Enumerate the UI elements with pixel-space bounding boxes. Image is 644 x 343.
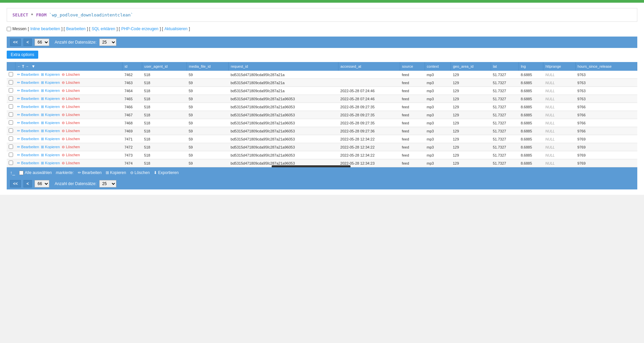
row-checkbox-7[interactable] bbox=[9, 128, 13, 133]
filter-dropdown-icon[interactable]: ▼ bbox=[31, 64, 35, 69]
row-checkbox-8[interactable] bbox=[9, 136, 13, 141]
row-checkbox-11[interactable] bbox=[9, 161, 13, 165]
edit-row-link[interactable]: ✏ Bearbeiten bbox=[17, 97, 39, 101]
table-body: ✏ Bearbeiten ⊞ Kopieren ⊖ Löschen 746251… bbox=[7, 71, 637, 167]
th-accessed-at[interactable]: accessed_at bbox=[338, 62, 400, 71]
delete-row-link[interactable]: ⊖ Löschen bbox=[62, 137, 80, 141]
th-id[interactable]: id bbox=[122, 62, 142, 71]
th-hours-since-release[interactable]: hours_since_release bbox=[575, 62, 637, 71]
edit-row-link[interactable]: ✏ Bearbeiten bbox=[17, 129, 39, 133]
th-geo-area-id[interactable]: geo_area_id bbox=[451, 62, 491, 71]
bottom-first-page-button[interactable]: << bbox=[10, 180, 21, 187]
copy-row-link[interactable]: ⊞ Kopieren bbox=[41, 89, 60, 93]
edit-row-link[interactable]: ✏ Bearbeiten bbox=[17, 80, 39, 85]
bottom-prev-page-button[interactable]: < bbox=[23, 180, 32, 187]
cell-media_file_id: 59 bbox=[186, 111, 228, 119]
delete-row-link[interactable]: ⊖ Löschen bbox=[62, 80, 80, 85]
explain-sql-link[interactable]: SQL erklären bbox=[92, 26, 115, 31]
delete-row-link[interactable]: ⊖ Löschen bbox=[62, 129, 80, 133]
bottom-records-per-page-select[interactable]: 25 50 100 bbox=[99, 180, 116, 187]
delete-row-link[interactable]: ⊖ Löschen bbox=[62, 113, 80, 117]
edit-row-link[interactable]: ✏ Bearbeiten bbox=[17, 121, 39, 125]
th-media-file-id[interactable]: media_file_id bbox=[186, 62, 228, 71]
row-checkbox-2[interactable] bbox=[9, 88, 13, 93]
copy-row-link[interactable]: ⊞ Kopieren bbox=[41, 153, 60, 157]
page-select[interactable]: 66 bbox=[35, 39, 49, 46]
bottom-copy-button[interactable]: ⊞ Kopieren bbox=[106, 170, 126, 175]
copy-row-link[interactable]: ⊞ Kopieren bbox=[41, 137, 60, 141]
th-lat[interactable]: lat bbox=[491, 62, 519, 71]
edit-row-link[interactable]: ✏ Bearbeiten bbox=[17, 72, 39, 77]
row-checkbox-1[interactable] bbox=[9, 80, 13, 84]
messen-label: Messen bbox=[12, 26, 26, 31]
th-httprange[interactable]: httprange bbox=[543, 62, 576, 71]
copy-row-link[interactable]: ⊞ Kopieren bbox=[41, 72, 60, 77]
delete-row-link[interactable]: ⊖ Löschen bbox=[62, 161, 80, 165]
cell-accessed_at: 2022-05-28 12:34:22 bbox=[338, 143, 400, 151]
th-request-id[interactable]: request_id bbox=[229, 62, 338, 71]
th-context[interactable]: context bbox=[425, 62, 451, 71]
delete-row-link[interactable]: ⊖ Löschen bbox=[62, 97, 80, 101]
copy-row-link[interactable]: ⊞ Kopieren bbox=[41, 113, 60, 117]
bottom-edit-button[interactable]: ✏ Bearbeiten bbox=[78, 170, 102, 175]
row-checkbox-0[interactable] bbox=[9, 72, 13, 76]
cell-source: feed bbox=[400, 87, 425, 95]
delete-row-link[interactable]: ⊖ Löschen bbox=[62, 121, 80, 125]
table-row: ✏ Bearbeiten ⊞ Kopieren ⊖ Löschen 747251… bbox=[7, 143, 637, 151]
copy-row-link[interactable]: ⊞ Kopieren bbox=[41, 129, 60, 133]
copy-row-link[interactable]: ⊞ Kopieren bbox=[41, 121, 60, 125]
extra-options-button[interactable]: Extra options bbox=[7, 51, 38, 59]
cell-media_file_id: 59 bbox=[186, 95, 228, 103]
delete-row-link[interactable]: ⊖ Löschen bbox=[62, 89, 80, 93]
row-checkbox-6[interactable] bbox=[9, 120, 13, 125]
bottom-delete-button[interactable]: ⊖ Löschen bbox=[130, 170, 150, 175]
records-per-page-select[interactable]: 25 50 100 bbox=[99, 39, 116, 46]
cell-geo_area_id: 129 bbox=[451, 143, 491, 151]
edit-row-link[interactable]: ✏ Bearbeiten bbox=[17, 137, 39, 141]
cell-geo_area_id: 129 bbox=[451, 111, 491, 119]
php-code-link[interactable]: PHP-Code erzeugen bbox=[121, 26, 158, 31]
cell-source: feed bbox=[400, 119, 425, 127]
row-checkbox-10[interactable] bbox=[9, 153, 13, 157]
edit-row-link[interactable]: ✏ Bearbeiten bbox=[17, 89, 39, 93]
th-source[interactable]: source bbox=[400, 62, 425, 71]
cell-source: feed bbox=[400, 143, 425, 151]
edit-row-link[interactable]: ✏ Bearbeiten bbox=[17, 105, 39, 109]
bottom-page-select[interactable]: 66 bbox=[35, 180, 49, 187]
edit-link[interactable]: Bearbeiten bbox=[66, 26, 86, 31]
row-checkbox-4[interactable] bbox=[9, 104, 13, 109]
th-lng[interactable]: lng bbox=[519, 62, 543, 71]
row-checkbox-5[interactable] bbox=[9, 112, 13, 117]
row-checkbox-9[interactable] bbox=[9, 145, 13, 149]
bottom-records-label: Anzahl der Datensätze: bbox=[55, 181, 97, 186]
th-user-agent-id[interactable]: user_agent_id bbox=[142, 62, 187, 71]
row-checkbox-3[interactable] bbox=[9, 96, 13, 101]
edit-row-link[interactable]: ✏ Bearbeiten bbox=[17, 145, 39, 149]
edit-row-link[interactable]: ✏ Bearbeiten bbox=[17, 113, 39, 117]
messen-checkbox[interactable] bbox=[7, 27, 11, 31]
copy-row-link[interactable]: ⊞ Kopieren bbox=[41, 161, 60, 165]
delete-row-link[interactable]: ⊖ Löschen bbox=[62, 145, 80, 149]
delete-row-link[interactable]: ⊖ Löschen bbox=[62, 153, 80, 157]
update-link[interactable]: Aktualisieren bbox=[164, 26, 187, 31]
prev-page-button[interactable]: < bbox=[23, 39, 32, 46]
messen-checkbox-label[interactable]: Messen bbox=[7, 26, 26, 31]
select-all-checkbox[interactable] bbox=[19, 171, 23, 175]
copy-row-link[interactable]: ⊞ Kopieren bbox=[41, 105, 60, 109]
inline-edit-link[interactable]: Inline bearbeiten bbox=[30, 26, 60, 31]
edit-row-link[interactable]: ✏ Bearbeiten bbox=[17, 161, 39, 165]
delete-row-link[interactable]: ⊖ Löschen bbox=[62, 105, 80, 109]
delete-row-link[interactable]: ⊖ Löschen bbox=[62, 72, 80, 77]
bottom-export-button[interactable]: ⬇ Exportieren bbox=[154, 170, 178, 175]
first-page-button[interactable]: << bbox=[10, 39, 21, 46]
edit-row-link[interactable]: ✏ Bearbeiten bbox=[17, 153, 39, 157]
select-all-label[interactable]: Alle auswählen bbox=[19, 170, 52, 175]
copy-row-link[interactable]: ⊞ Kopieren bbox=[41, 145, 60, 149]
copy-row-link[interactable]: ⊞ Kopieren bbox=[41, 97, 60, 101]
cell-media_file_id: 59 bbox=[186, 135, 228, 143]
copy-row-link[interactable]: ⊞ Kopieren bbox=[41, 80, 60, 85]
arrow-left-icon[interactable]: ← bbox=[17, 64, 21, 68]
arrow-right-icon[interactable]: → bbox=[25, 64, 29, 68]
row-actions-3: ✏ Bearbeiten ⊞ Kopieren ⊖ Löschen bbox=[15, 95, 122, 103]
cell-id: 7466 bbox=[122, 103, 142, 111]
